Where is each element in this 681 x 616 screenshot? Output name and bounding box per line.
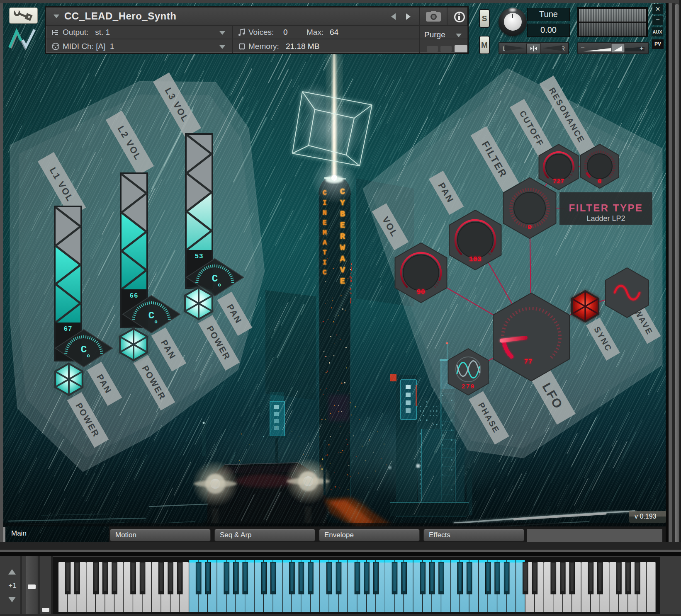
- svg-text:67: 67: [63, 325, 72, 333]
- svg-text:727: 727: [553, 178, 564, 185]
- svg-text:Ø: Ø: [528, 224, 532, 231]
- svg-text:C: C: [148, 310, 154, 321]
- svg-text:103: 103: [469, 255, 482, 263]
- svg-text:C: C: [81, 344, 87, 355]
- svg-text:FILTER TYPE: FILTER TYPE: [569, 202, 643, 213]
- svg-text:0: 0: [598, 178, 601, 185]
- svg-text:90: 90: [417, 288, 425, 296]
- svg-text:o: o: [218, 282, 221, 288]
- svg-text:o: o: [154, 319, 157, 325]
- svg-text:C: C: [212, 273, 218, 284]
- svg-text:53: 53: [195, 253, 203, 260]
- svg-text:−: −: [581, 44, 585, 52]
- svg-text:77: 77: [524, 358, 533, 366]
- svg-text:+: +: [640, 44, 644, 52]
- svg-text:66: 66: [129, 292, 138, 300]
- svg-text:279: 279: [461, 383, 475, 390]
- svg-text:Ladder LP2: Ladder LP2: [586, 214, 625, 223]
- svg-text:o: o: [87, 353, 90, 359]
